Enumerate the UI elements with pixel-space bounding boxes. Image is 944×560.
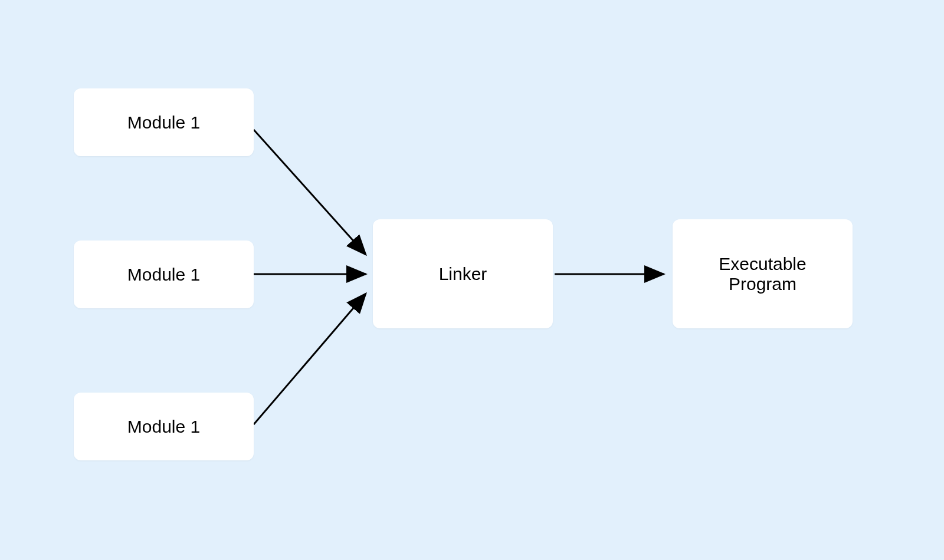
node-module-3: Module 1	[74, 393, 254, 460]
node-label: Linker	[439, 264, 487, 284]
arrow-module1-linker	[254, 130, 366, 255]
node-label: Module 1	[127, 113, 200, 133]
node-label: Module 1	[127, 417, 200, 437]
node-label: Executable Program	[684, 254, 841, 294]
node-executable: Executable Program	[673, 219, 853, 328]
node-module-1: Module 1	[74, 88, 254, 156]
linker-diagram: Module 1 Module 1 Module 1 Linker Execut…	[0, 0, 944, 560]
node-label: Module 1	[127, 265, 200, 285]
arrow-module3-linker	[254, 294, 366, 424]
node-linker: Linker	[373, 219, 553, 328]
node-module-2: Module 1	[74, 241, 254, 308]
